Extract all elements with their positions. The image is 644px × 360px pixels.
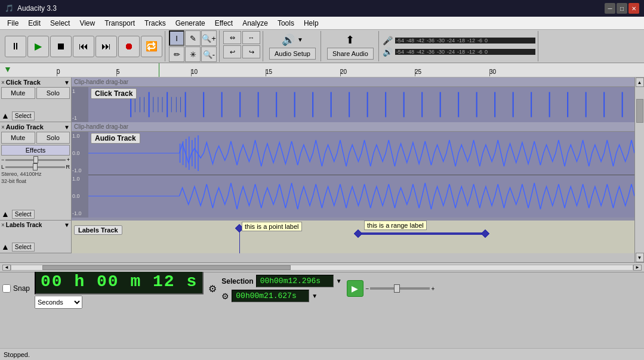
menubar: File Edit Select View Transport Tracks G… — [0, 17, 644, 30]
svg-rect-43 — [189, 136, 190, 170]
menu-tools[interactable]: Tools — [273, 18, 299, 29]
labels-track-select[interactable]: Select — [12, 243, 35, 252]
hscroll-thumb[interactable] — [42, 265, 291, 270]
pan-slider-thumb[interactable] — [33, 163, 38, 170]
menu-edit[interactable]: Edit — [23, 18, 45, 29]
vscroll-down[interactable]: ▼ — [636, 253, 644, 262]
redo-button[interactable]: ↪ — [242, 45, 260, 58]
audio-track-dropdown[interactable]: ▼ — [64, 124, 70, 131]
playback-play-button[interactable]: ▶ — [347, 280, 363, 297]
menu-view[interactable]: View — [75, 18, 100, 29]
time-display: 00 h 00 m 12 s — [35, 269, 204, 294]
time2-dropdown[interactable]: ▼ — [312, 293, 318, 299]
labels-track-name: Labels Track — [6, 222, 63, 228]
click-track-clip-label: Click Track — [91, 88, 137, 99]
audio-setup-button[interactable]: Audio Setup — [269, 48, 316, 60]
status-text: Stopped. — [4, 351, 30, 358]
menu-analyze[interactable]: Analyze — [238, 18, 273, 29]
playhead-arrow: ▼ — [4, 64, 12, 74]
hscroll-track[interactable] — [11, 265, 633, 271]
pan-slider-track[interactable] — [5, 166, 64, 168]
audio-track-controls: × Audio Track ▼ Mute Solo Effects − + — [0, 122, 72, 220]
menu-help[interactable]: Help — [299, 18, 323, 29]
click-track-dropdown[interactable]: ▼ — [64, 79, 70, 86]
audio-track-effects[interactable]: Effects — [1, 145, 70, 156]
settings-icon[interactable]: ⚙ — [221, 291, 229, 301]
labels-track-dropdown[interactable]: ▼ — [64, 222, 70, 228]
playback-controls: ▶ − + — [347, 280, 435, 297]
draw-tool[interactable]: ✏ — [169, 46, 184, 62]
labels-track-clip-label: Labels Track — [74, 225, 122, 235]
zoom-fit-button[interactable]: ↔ — [242, 31, 260, 44]
click-track-close[interactable]: × — [1, 79, 5, 86]
stop-button[interactable]: ⏹ — [50, 36, 72, 57]
minimize-button[interactable]: ─ — [605, 3, 615, 14]
share-audio-button[interactable]: Share Audio — [327, 48, 374, 60]
vscroll-up[interactable]: ▲ — [636, 77, 644, 87]
tick-30 — [489, 69, 490, 76]
menu-transport[interactable]: Transport — [100, 18, 140, 29]
zoom-out-tool[interactable]: 🔍- — [201, 46, 217, 62]
multi-tool[interactable]: ✳ — [185, 46, 201, 62]
vscroll-thumb[interactable] — [636, 99, 643, 123]
time-settings-icon[interactable]: ⚙ — [208, 283, 217, 294]
labels-track-arrow[interactable]: ▲ — [1, 242, 10, 252]
tick-20 — [340, 69, 341, 76]
select-tool[interactable]: I — [169, 30, 184, 46]
labels-track-content[interactable]: Labels Track this is a point label this … — [72, 221, 634, 253]
audio-setup-area: 🔊 ▼ Audio Setup — [264, 31, 321, 61]
time-format-area: 00 h 00 m 12 s Seconds hh:mm:ss Samples — [35, 269, 204, 309]
tracks-wrapper: × Click Track ▼ Mute Solo ▲ Select Clip-… — [0, 77, 644, 262]
hscroll-left[interactable]: ◄ — [2, 265, 11, 271]
record-button[interactable]: ⏺ — [118, 36, 140, 57]
audio-track-clip-handle[interactable]: Clip-handle drag-bar — [72, 122, 634, 132]
svg-rect-46 — [198, 135, 199, 171]
play-button[interactable]: ▶ — [27, 36, 49, 57]
svg-rect-42 — [186, 139, 187, 167]
toolbar: ⏸ ▶ ⏹ ⏮ ⏭ ⏺ 🔁 I ✎ 🔍+ ✏ ✳ 🔍- ⇔ ↔ ↩ ↪ 🔊 ▼ … — [0, 30, 644, 63]
skip-start-button[interactable]: ⏮ — [73, 36, 94, 57]
close-button[interactable]: ✕ — [628, 3, 639, 14]
zoom-in-tool[interactable]: 🔍+ — [201, 30, 217, 46]
maximize-button[interactable]: □ — [617, 3, 627, 14]
envelope-tool[interactable]: ✎ — [185, 30, 201, 46]
pause-button[interactable]: ⏸ — [5, 36, 26, 57]
audio-track-close[interactable]: × — [1, 124, 5, 131]
skip-end-button[interactable]: ⏭ — [95, 36, 117, 57]
horizontal-scrollbar[interactable]: ◄ ► — [0, 262, 644, 272]
snap-checkbox[interactable] — [2, 284, 11, 293]
gain-slider-thumb[interactable] — [33, 156, 38, 163]
speed-slider-thumb[interactable] — [394, 284, 400, 293]
vertical-scrollbar[interactable]: ▲ ▼ — [634, 77, 644, 262]
undo-button[interactable]: ↩ — [223, 45, 241, 58]
click-track-solo[interactable]: Solo — [36, 87, 70, 99]
labels-track-close[interactable]: × — [1, 222, 5, 228]
labels-track-row: × Labels Track ▼ ▲ Select Labels Track t… — [0, 221, 634, 253]
time-format-select[interactable]: Seconds hh:mm:ss Samples — [35, 296, 82, 309]
hscroll-right[interactable]: ► — [633, 265, 642, 271]
click-track-clip-handle[interactable]: Clip-handle drag-bar — [72, 77, 634, 87]
tick-0 — [57, 69, 57, 76]
click-track-mute[interactable]: Mute — [1, 87, 35, 99]
audio-track-content[interactable]: Clip-handle drag-bar 1.0 0.0 -1.0 1.0 0.… — [72, 122, 634, 221]
audio-track-select[interactable]: Select — [12, 210, 35, 219]
loop-button[interactable]: 🔁 — [141, 36, 162, 57]
speed-slider-track[interactable] — [370, 287, 430, 290]
menu-generate[interactable]: Generate — [171, 18, 210, 29]
audio-track-arrow[interactable]: ▲ — [1, 209, 10, 219]
zoom-normal-button[interactable]: ⇔ — [223, 31, 241, 44]
click-track-arrow[interactable]: ▲ — [1, 111, 10, 120]
time1-dropdown[interactable]: ▼ — [336, 278, 342, 284]
timeline-ruler[interactable]: ▼ 0 5 10 15 20 25 30 — [0, 63, 644, 77]
menu-tracks[interactable]: Tracks — [140, 18, 171, 29]
audio-track-solo[interactable]: Solo — [36, 132, 70, 144]
menu-select[interactable]: Select — [45, 18, 75, 29]
ruler-label-30: 30 — [489, 69, 496, 75]
share-audio-area: ⬆ Share Audio — [322, 31, 379, 61]
gain-slider-track[interactable] — [5, 159, 65, 161]
click-track-select[interactable]: Select — [12, 111, 35, 120]
menu-file[interactable]: File — [2, 18, 23, 29]
menu-effect[interactable]: Effect — [210, 18, 238, 29]
click-track-content[interactable]: Clip-handle drag-bar 1 -1 Click Track //… — [72, 77, 634, 122]
audio-track-mute[interactable]: Mute — [1, 132, 35, 144]
